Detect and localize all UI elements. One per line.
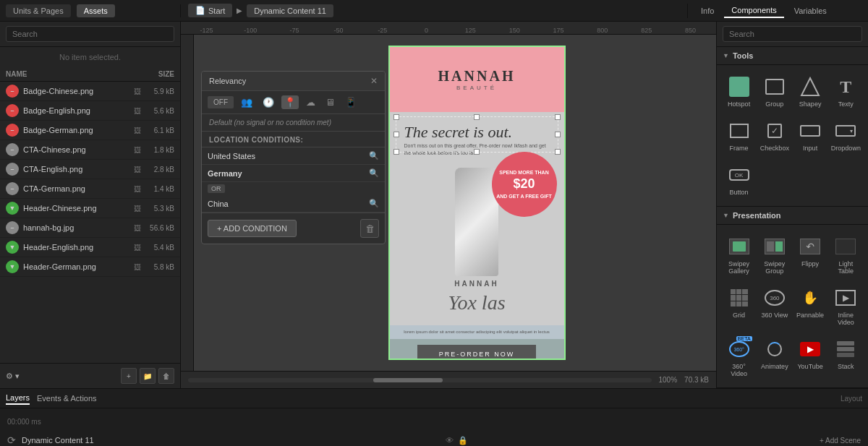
off-toggle-btn[interactable]: OFF (208, 96, 234, 108)
file-type-icon: 🖼 (134, 185, 141, 193)
weather-icon-btn[interactable]: ☁ (303, 95, 318, 109)
preview-canvas: HANNAH BEAUTÉ The secret is out. Don't m… (388, 46, 566, 360)
tool-label: Swipey Group (760, 260, 789, 275)
tab-info[interactable]: Info (694, 4, 721, 17)
breadcrumb-current[interactable]: Dynamic Content 11 (247, 4, 333, 17)
condition-china-search-btn[interactable]: 🔍 (369, 199, 379, 208)
tool-button[interactable]: OK Button (723, 159, 755, 200)
layer-visibility-btn[interactable]: 👁 (446, 436, 454, 445)
presentation-tool-grid[interactable]: Grid (723, 282, 755, 330)
file-list-item[interactable]: – Badge-German.png 🖼 6.1 kB (0, 121, 180, 140)
preview-small-text: lorem ipsum dolor sit amet consectur adi… (397, 329, 557, 335)
file-list-item[interactable]: – hannah-bg.jpg 🖼 56.6 kB (0, 218, 180, 238)
tab-assets[interactable]: Assets (77, 4, 115, 17)
tool-hotspot[interactable]: Hotspot (723, 71, 755, 112)
tool-label: Hotspot (728, 100, 750, 108)
presentation-section-title: Presentation (733, 211, 781, 220)
breadcrumb-start[interactable]: 📄 Start (188, 4, 232, 17)
file-list-item[interactable]: – Badge-English.png 🖼 5.6 kB (0, 101, 180, 121)
gear-button[interactable]: ⚙ ▾ (6, 372, 20, 381)
screen-icon-btn[interactable]: 🖥 (323, 95, 338, 109)
tab-units-pages[interactable]: Units & Pages (6, 4, 71, 17)
bottom-tab-events[interactable]: Events & Actions (37, 393, 97, 404)
preview-cta-btn[interactable]: PRE-ORDER NOW (417, 345, 537, 360)
file-size: 6.1 kB (145, 126, 174, 134)
presentation-tool-stack[interactable]: Stack (830, 333, 862, 382)
tools-section-header[interactable]: ▼ Tools (717, 47, 868, 65)
condition-us[interactable]: United States 🔍 (202, 147, 385, 165)
tab-variables[interactable]: Variables (787, 4, 834, 17)
tool-dropdown[interactable]: ▾ Dropdown (830, 115, 862, 156)
file-list-item[interactable]: – Badge-Chinese.png 🖼 5.9 kB (0, 82, 180, 101)
file-size: 70.3 kB (684, 376, 709, 384)
presentation-tool-inline-video[interactable]: ▶ Inline Video (830, 282, 862, 330)
ruler-label: -50 (316, 27, 360, 34)
preview-top-section: HANNAH BEAUTÉ (390, 47, 564, 112)
delete-condition-btn[interactable]: 🗑 (360, 219, 379, 238)
presentation-tool-animatey[interactable]: Animatey (758, 333, 791, 382)
input-icon (800, 125, 820, 137)
left-search-input[interactable] (6, 26, 174, 42)
checkbox-icon: ✓ (767, 124, 782, 138)
flippy-icon: ↷ (800, 239, 820, 254)
tab-components[interactable]: Components (724, 4, 783, 18)
left-search-area (0, 22, 180, 47)
file-color-icon: ▼ (6, 202, 19, 215)
center-canvas[interactable]: Relevancy ✕ OFF 👥 🕐 📍 ☁ 🖥 📱 Default (no … (194, 35, 716, 371)
tool-label: Grid (733, 312, 745, 319)
condition-china[interactable]: China 🔍 (202, 195, 385, 213)
youtube-icon: ▶ (800, 342, 820, 356)
page-icon: 📄 (195, 6, 205, 15)
file-color-icon: ▼ (6, 241, 19, 254)
people-icon-btn[interactable]: 👥 (238, 95, 255, 109)
file-list-item[interactable]: ▼ Header-German.png 🖼 5.8 kB (0, 257, 180, 277)
location-conditions-label: LOCATION CONDITIONS: (202, 132, 385, 147)
location-icon-btn[interactable]: 📍 (281, 95, 299, 109)
layer-lock-btn[interactable]: 🔒 (458, 436, 468, 445)
presentation-tool-360-view[interactable]: 360 360 View (758, 282, 791, 330)
ruler-label: -125 (184, 27, 229, 34)
footer-add-btn[interactable]: + (121, 368, 137, 384)
device-icon-btn[interactable]: 📱 (342, 95, 359, 109)
file-list-item[interactable]: – CTA-Chinese.png 🖼 1.8 kB (0, 140, 180, 160)
preview-cta-area: PRE-ORDER NOW (390, 339, 564, 360)
tool-frame[interactable]: Frame (723, 115, 755, 156)
ruler-label: 850 (668, 27, 712, 34)
tools-section-title: Tools (733, 51, 754, 60)
file-type-icon: 🖼 (134, 107, 141, 115)
file-list-item[interactable]: – CTA-German.png 🖼 1.4 kB (0, 179, 180, 199)
list-header: NAME SIZE (0, 67, 180, 82)
condition-germany-search-btn[interactable]: 🔍 (369, 168, 379, 178)
presentation-tool-flippy[interactable]: ↷ Flippy (794, 231, 827, 279)
presentation-tool-swipey-gallery[interactable]: Swipey Gallery (723, 231, 755, 279)
right-search-input[interactable] (723, 26, 862, 42)
file-list-item[interactable]: ▼ Header-Chinese.png 🖼 5.3 kB (0, 199, 180, 218)
condition-germany[interactable]: Germany 🔍 (202, 165, 385, 182)
file-list-item[interactable]: ▼ Header-English.png 🖼 5.4 kB (0, 238, 180, 257)
tool-texty[interactable]: T Texty (830, 71, 862, 112)
tool-group[interactable]: Group (758, 71, 791, 112)
condition-us-search-btn[interactable]: 🔍 (369, 151, 379, 160)
presentation-tool-360-video[interactable]: 360°BETA 360° Video (723, 333, 755, 382)
relevancy-footer: + ADD CONDITION 🗑 (202, 213, 385, 244)
tool-checkbox[interactable]: ✓ Checkbox (758, 115, 791, 156)
presentation-tool-swipey-group[interactable]: Swipey Group (758, 231, 791, 279)
add-condition-btn[interactable]: + ADD CONDITION (208, 220, 297, 237)
bottom-tab-layers[interactable]: Layers (6, 392, 30, 405)
clock-icon-btn[interactable]: 🕐 (260, 95, 277, 109)
footer-folder-btn[interactable]: 📁 (140, 368, 156, 384)
presentation-section-header[interactable]: ▼ Presentation (717, 207, 868, 225)
presentation-tool-pannable[interactable]: ✋ Pannable (794, 282, 827, 330)
presentation-tool-youtube[interactable]: ▶ YouTube (794, 333, 827, 382)
left-panel-footer: ⚙ ▾ + 📁 🗑 (0, 363, 180, 388)
presentation-tool-light-table[interactable]: Light Table (830, 231, 862, 279)
add-scene-btn[interactable]: + Add Scene (820, 437, 861, 445)
scene-controls: + Add Scene (820, 437, 861, 445)
relevancy-close-btn[interactable]: ✕ (370, 76, 378, 86)
scroll-bar-area[interactable] (188, 378, 652, 382)
footer-delete-btn[interactable]: 🗑 (158, 368, 174, 384)
file-list-item[interactable]: – CTA-English.png 🖼 2.8 kB (0, 160, 180, 179)
tool-shapey[interactable]: Shapey (794, 71, 827, 112)
bottom-panel: Layers Events & Actions Layout 00:000 ms… (0, 388, 868, 446)
tool-input[interactable]: Input (794, 115, 827, 156)
